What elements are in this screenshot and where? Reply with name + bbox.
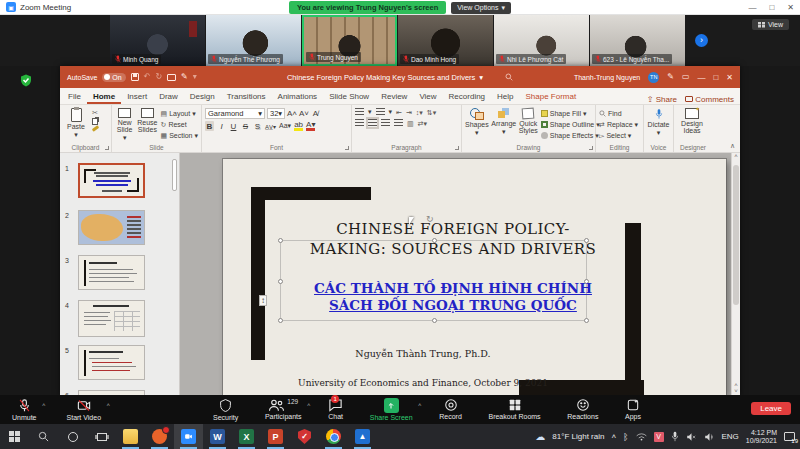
reuse-slides-button[interactable]: Reuse Slides bbox=[137, 108, 157, 133]
replace-button[interactable]: ⇄Replace ▾ bbox=[599, 120, 638, 129]
participant-tile-active-speaker[interactable]: Trung Nguyen bbox=[302, 15, 397, 66]
view-options-button[interactable]: View Options▾ bbox=[451, 2, 511, 14]
start-video-button[interactable]: Start Video ˄ bbox=[67, 398, 102, 421]
arrange-button[interactable]: Arrange▾ bbox=[492, 108, 516, 136]
bullets-icon[interactable] bbox=[355, 108, 364, 116]
v-app-tray-icon[interactable]: V bbox=[654, 432, 664, 442]
tab-animations[interactable]: Animations bbox=[272, 90, 324, 104]
participant-tile[interactable]: Nhi Lê Phương Cát bbox=[494, 15, 589, 66]
tab-draw[interactable]: Draw bbox=[153, 90, 184, 104]
format-painter-icon[interactable] bbox=[92, 125, 99, 131]
excel-button[interactable]: X bbox=[232, 424, 261, 449]
columns-icon[interactable]: ▥ bbox=[407, 120, 414, 127]
resize-handle[interactable] bbox=[432, 238, 437, 243]
font-dialog-launcher[interactable] bbox=[345, 146, 349, 150]
wifi-icon[interactable] bbox=[636, 432, 647, 441]
slide-thumbnail-1[interactable] bbox=[78, 163, 145, 198]
copy-icon[interactable] bbox=[92, 118, 98, 125]
shapes-button[interactable]: Shapes▾ bbox=[465, 108, 489, 137]
messaging-app-button[interactable] bbox=[145, 424, 174, 449]
decrease-indent-icon[interactable]: ⇤ bbox=[396, 109, 402, 116]
highlight-color-icon[interactable]: ab bbox=[294, 121, 303, 131]
next-participants-button[interactable]: › bbox=[695, 34, 708, 47]
tab-home[interactable]: Home bbox=[87, 90, 121, 104]
share-button[interactable]: ⇪ Share bbox=[647, 95, 677, 104]
reactions-button[interactable]: Reactions bbox=[567, 398, 598, 421]
participant-tile[interactable]: Dao Minh Hong bbox=[398, 15, 493, 66]
quick-access-more-icon[interactable]: ▾ bbox=[193, 73, 197, 81]
character-spacing-icon[interactable]: A̲V̲▾ bbox=[265, 121, 276, 131]
share-screen-button[interactable]: Share Screen ˄ bbox=[370, 398, 413, 421]
font-color-icon[interactable]: A▾ bbox=[306, 121, 315, 131]
align-center-icon[interactable] bbox=[368, 119, 377, 127]
change-case-icon[interactable]: Aa▾ bbox=[279, 121, 291, 131]
slide-thumbnail-2[interactable] bbox=[78, 210, 145, 245]
slide[interactable]: CHINESE FOREIGN POLICY- MAKING: SOURCES … bbox=[223, 159, 726, 395]
font-size-select[interactable]: 32▾ bbox=[267, 108, 285, 119]
shape-outline-button[interactable]: Shape Outline ▾ bbox=[541, 120, 600, 129]
zoom-app-button[interactable] bbox=[174, 424, 203, 449]
tab-insert[interactable]: Insert bbox=[121, 90, 153, 104]
participant-tile[interactable]: 623 - Lê Nguyễn Tha... bbox=[590, 15, 685, 66]
drawing-dialog-launcher[interactable] bbox=[589, 146, 593, 150]
next-slide-icon[interactable]: ˅ bbox=[732, 388, 740, 394]
collapse-ribbon-icon[interactable]: ∧ bbox=[730, 142, 735, 150]
new-slide-button[interactable]: New Slide▾ bbox=[115, 108, 134, 142]
canvas-scrollbar[interactable]: ˄ ˄˅ bbox=[731, 153, 740, 395]
ppt-maximize-button[interactable]: □ bbox=[713, 73, 718, 82]
find-button[interactable]: Find bbox=[599, 109, 638, 118]
taskbar-search-button[interactable] bbox=[29, 424, 58, 449]
slide-thumbnail-4[interactable] bbox=[78, 300, 145, 337]
share-options-chevron[interactable]: ˄ bbox=[418, 402, 422, 408]
mic-options-chevron[interactable]: ˄ bbox=[42, 402, 46, 408]
chat-button[interactable]: 1 Chat bbox=[328, 398, 343, 421]
ppt-close-button[interactable]: ✕ bbox=[726, 73, 733, 82]
security-button[interactable]: Security bbox=[213, 398, 238, 421]
tab-help[interactable]: Help bbox=[491, 90, 519, 104]
section-button[interactable]: ▦Section ▾ bbox=[161, 131, 199, 140]
reset-button[interactable]: ↻Reset bbox=[161, 120, 199, 129]
scroll-up-icon[interactable]: ˄ bbox=[732, 153, 740, 159]
language-indicator[interactable]: ENG bbox=[722, 432, 739, 441]
clear-formatting-icon[interactable]: A̸ bbox=[311, 109, 320, 119]
weather-text[interactable]: 81°F Light rain bbox=[552, 432, 604, 441]
tab-review[interactable]: Review bbox=[375, 90, 413, 104]
tab-view[interactable]: View bbox=[413, 90, 442, 104]
close-button[interactable]: ✕ bbox=[787, 3, 794, 12]
ink-icon[interactable]: ✎ bbox=[667, 73, 674, 81]
slide-footer[interactable]: University of Economics and Finance, Oct… bbox=[223, 378, 623, 388]
decrease-font-icon[interactable]: A˅ bbox=[299, 109, 309, 119]
comments-button[interactable]: Comments bbox=[685, 95, 734, 104]
chrome-button[interactable] bbox=[319, 424, 348, 449]
align-left-icon[interactable] bbox=[355, 119, 364, 127]
photos-button[interactable]: ▲ bbox=[348, 424, 377, 449]
speaker-muted-icon[interactable] bbox=[686, 432, 697, 442]
autosave-toggle[interactable]: On bbox=[102, 73, 125, 82]
user-avatar[interactable]: TN bbox=[648, 72, 659, 83]
resize-handle[interactable] bbox=[584, 318, 589, 323]
participants-button[interactable]: 129 Participants ˄ bbox=[265, 398, 302, 421]
resize-handle[interactable] bbox=[278, 238, 283, 243]
tab-shape-format[interactable]: Shape Format bbox=[520, 90, 583, 104]
apps-button[interactable]: Apps bbox=[625, 398, 641, 421]
design-ideas-button[interactable]: Design Ideas bbox=[677, 108, 707, 134]
start-presentation-icon[interactable] bbox=[167, 74, 176, 81]
unmute-button[interactable]: Unmute ˄ bbox=[12, 398, 37, 421]
align-right-icon[interactable] bbox=[381, 119, 390, 127]
slide-author[interactable]: Nguyễn Thành Trung, Ph.D. bbox=[223, 348, 623, 359]
italic-icon[interactable]: I bbox=[217, 121, 226, 131]
participant-tile[interactable]: Nguyễn Thế Phương bbox=[206, 15, 301, 66]
pen-icon[interactable]: ✎ bbox=[181, 73, 188, 81]
video-options-chevron[interactable]: ˄ bbox=[107, 402, 111, 408]
strikethrough-icon[interactable]: S bbox=[241, 121, 250, 131]
slide-thumbnail-3[interactable] bbox=[78, 255, 145, 290]
powerpoint-button[interactable]: P bbox=[261, 424, 290, 449]
action-center-icon[interactable]: 19 bbox=[784, 432, 795, 441]
numbering-icon[interactable] bbox=[376, 108, 385, 116]
file-explorer-button[interactable] bbox=[116, 424, 145, 449]
bold-icon[interactable]: B bbox=[205, 121, 214, 131]
antivirus-button[interactable]: ✓ bbox=[290, 424, 319, 449]
resize-handle[interactable] bbox=[584, 238, 589, 243]
line-spacing-icon[interactable]: ↕▾ bbox=[416, 109, 423, 116]
leave-button[interactable]: Leave bbox=[751, 402, 791, 415]
